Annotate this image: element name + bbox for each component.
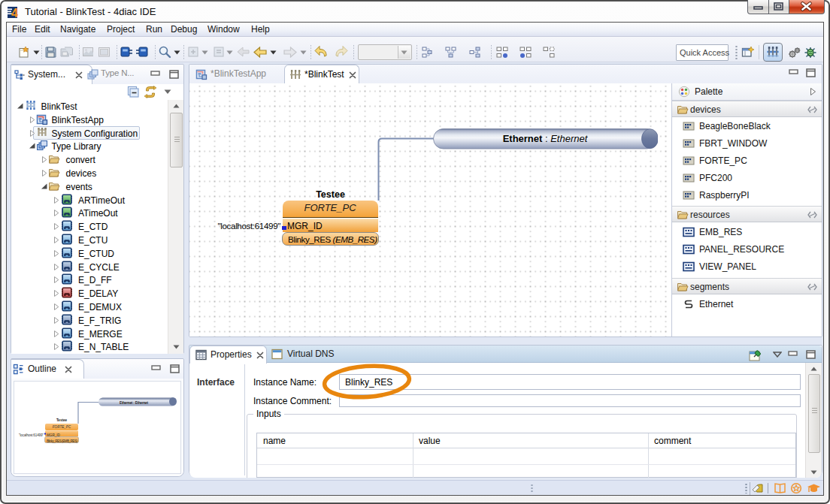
svg-text:MGR_ID: MGR_ID bbox=[47, 433, 61, 437]
svg-text:Blinky_RES (EMB_RES): Blinky_RES (EMB_RES) bbox=[47, 439, 77, 443]
svg-text:Testee: Testee bbox=[56, 418, 68, 422]
svg-text:Ethernet : Ethernet: Ethernet : Ethernet bbox=[120, 401, 148, 405]
svg-text:4: 4 bbox=[11, 7, 18, 20]
svg-text:"localhost:61499": "localhost:61499" bbox=[19, 433, 44, 437]
svg-text:FORTE_PC: FORTE_PC bbox=[53, 425, 71, 429]
